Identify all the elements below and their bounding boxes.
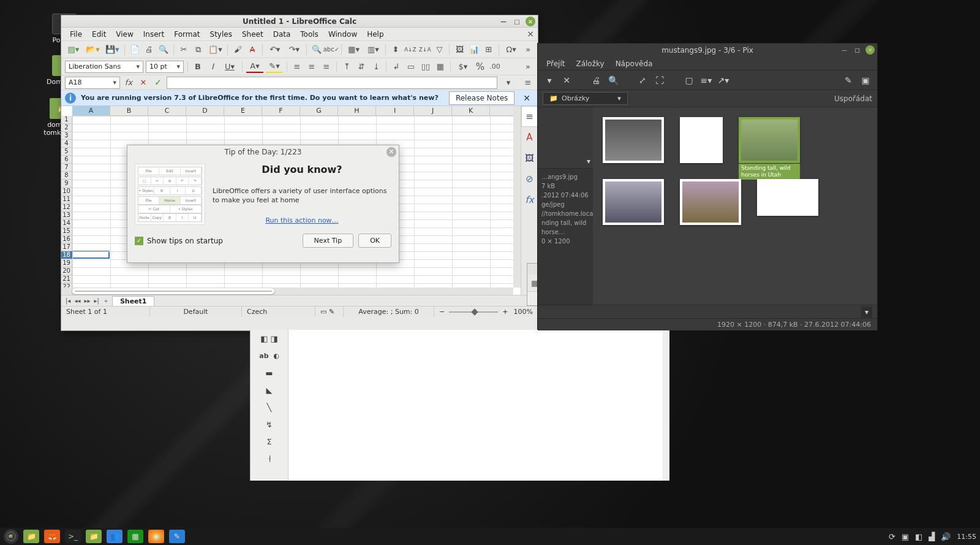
open-button[interactable]: 📂▾: [85, 44, 102, 56]
clear-format-button[interactable]: A̶: [246, 44, 258, 56]
pix-fit-icon[interactable]: ⛶: [653, 74, 666, 87]
sheet-first-icon[interactable]: |◂: [65, 297, 71, 304]
sheet-tab[interactable]: Sheet1: [112, 296, 155, 306]
taskbar-gedit-icon[interactable]: ✎: [169, 530, 185, 543]
pix-menu-go[interactable]: Přejít: [541, 58, 570, 70]
name-box[interactable]: A18▾: [65, 77, 120, 89]
menu-sheet[interactable]: Sheet: [237, 28, 268, 40]
vertical-scrollbar[interactable]: [513, 106, 521, 288]
accept-input-button[interactable]: ✓: [152, 77, 164, 89]
column-header[interactable]: D: [186, 106, 224, 115]
taskbar-clock[interactable]: 11:55: [957, 533, 976, 541]
row-header[interactable]: 20: [61, 267, 72, 275]
font-color-button[interactable]: A▾: [246, 61, 263, 73]
column-header[interactable]: K: [452, 106, 490, 115]
row-header[interactable]: 9: [61, 180, 72, 188]
autofilter-button[interactable]: ▽: [434, 44, 446, 56]
insert-image-button[interactable]: 🖼: [453, 44, 466, 56]
find-button[interactable]: 🔍: [311, 44, 323, 56]
pix-menu-bookmarks[interactable]: Záložky: [571, 58, 609, 70]
underline-button[interactable]: U▾: [221, 61, 238, 73]
flag-shape-icon[interactable]: ◣: [251, 381, 288, 398]
row-header[interactable]: 2: [61, 124, 72, 132]
column-header[interactable]: E: [224, 106, 262, 115]
thumbnail-selected[interactable]: Standing tall, wild horses in Utah: [739, 117, 800, 163]
align-top-button[interactable]: ⤒: [341, 61, 353, 73]
thumbnail[interactable]: [603, 117, 664, 163]
cancel-input-button[interactable]: ✕: [137, 77, 149, 89]
zoom-out-icon[interactable]: −: [439, 308, 445, 316]
column-header[interactable]: H: [338, 106, 376, 115]
pix-list-icon[interactable]: ≡▾: [699, 74, 713, 87]
zoom-in-icon[interactable]: +: [502, 308, 508, 316]
pix-share-icon[interactable]: ↗▾: [717, 74, 730, 87]
percent-button[interactable]: %: [474, 61, 486, 73]
zoom-slider[interactable]: [449, 311, 498, 313]
pix-minimize-button[interactable]: —: [840, 45, 849, 55]
row-header[interactable]: 4: [61, 140, 72, 148]
tray-network-icon[interactable]: ▟: [929, 532, 935, 541]
font-size-combo[interactable]: 10 pt▾: [146, 61, 184, 73]
taskbar-pidgin-icon[interactable]: 👥: [107, 530, 123, 543]
row-header[interactable]: 1: [61, 116, 72, 124]
page-scrollbar[interactable]: [665, 330, 669, 481]
pix-zoom-icon[interactable]: 🔍: [606, 74, 620, 87]
status-insert-mode[interactable]: ▭ ✎: [315, 307, 344, 317]
sidebar-toggle-icon[interactable]: ≡: [522, 77, 534, 89]
line-shape-icon[interactable]: ╲: [251, 398, 288, 416]
cut-button[interactable]: ✂: [178, 44, 190, 56]
crop-shape-icon[interactable]: ⸡: [251, 450, 288, 467]
align-bottom-button[interactable]: ⤓: [370, 61, 382, 73]
sheet-next-icon[interactable]: ▸▸: [83, 297, 91, 304]
print-preview-button[interactable]: 🔍: [157, 44, 170, 56]
close-button[interactable]: ✕: [526, 17, 535, 26]
pix-edit-icon[interactable]: ✎: [842, 74, 855, 87]
pivot-button[interactable]: ⊞: [483, 44, 495, 56]
column-header[interactable]: J: [414, 106, 452, 115]
row-header[interactable]: 6: [61, 156, 72, 164]
sidebar-gallery-icon[interactable]: 🖼: [521, 148, 538, 169]
column-header[interactable]: C: [148, 106, 186, 115]
start-menu-button[interactable]: [4, 529, 18, 544]
export-pdf-button[interactable]: 📄: [129, 44, 141, 56]
align-center-button[interactable]: ≡: [306, 61, 318, 73]
taskbar-files-icon[interactable]: 📁: [23, 530, 39, 543]
menu-edit[interactable]: Edit: [87, 28, 111, 40]
menu-tools[interactable]: Tools: [295, 28, 323, 40]
minimize-button[interactable]: —: [499, 17, 508, 26]
status-language[interactable]: Czech: [242, 307, 315, 317]
thumbnail[interactable]: [680, 117, 723, 163]
menu-file[interactable]: File: [65, 28, 87, 40]
align-vcenter-button[interactable]: ⇵: [355, 61, 368, 73]
row-header[interactable]: 7: [61, 164, 72, 172]
font-name-combo[interactable]: Liberation Sans▾: [65, 61, 143, 73]
print-button[interactable]: 🖨: [143, 44, 156, 56]
sidebar-styles-icon[interactable]: A: [521, 127, 538, 148]
row-header[interactable]: 12: [61, 204, 72, 212]
taskbar-chrome-icon[interactable]: ◉: [148, 530, 164, 543]
menu-styles[interactable]: Styles: [205, 28, 237, 40]
column-header[interactable]: A: [72, 106, 110, 115]
zoom-value[interactable]: 100%: [514, 308, 533, 316]
thumbnail[interactable]: [757, 179, 818, 216]
bold-button[interactable]: B: [192, 61, 204, 73]
formula-dropdown-icon[interactable]: ▾: [502, 77, 514, 89]
tray-indicator-icon[interactable]: ◧: [915, 532, 922, 541]
sort-asc-button[interactable]: A↓Z: [404, 44, 417, 56]
paste-button[interactable]: 📋▾: [207, 44, 224, 56]
sum-shape-icon[interactable]: Σ: [251, 433, 288, 450]
split-button[interactable]: ▦: [434, 61, 447, 73]
new-button[interactable]: ▤▾: [65, 44, 82, 56]
row-header[interactable]: 11: [61, 196, 72, 204]
merge-cells-button[interactable]: ▭: [405, 61, 417, 73]
pix-save-icon[interactable]: ▢: [682, 74, 696, 87]
ok-button[interactable]: OK: [358, 234, 391, 248]
menu-help[interactable]: Help: [362, 28, 388, 40]
pix-fullscreen-icon[interactable]: ⤢: [636, 74, 649, 87]
wrap-text-button[interactable]: ↲: [390, 61, 402, 73]
pix-close-button[interactable]: ✕: [865, 45, 875, 55]
infobar-close-icon[interactable]: ✕: [519, 92, 534, 104]
sort-desc-button[interactable]: Z↓A: [419, 44, 431, 56]
menu-data[interactable]: Data: [268, 28, 296, 40]
maximize-button[interactable]: □: [512, 17, 522, 26]
